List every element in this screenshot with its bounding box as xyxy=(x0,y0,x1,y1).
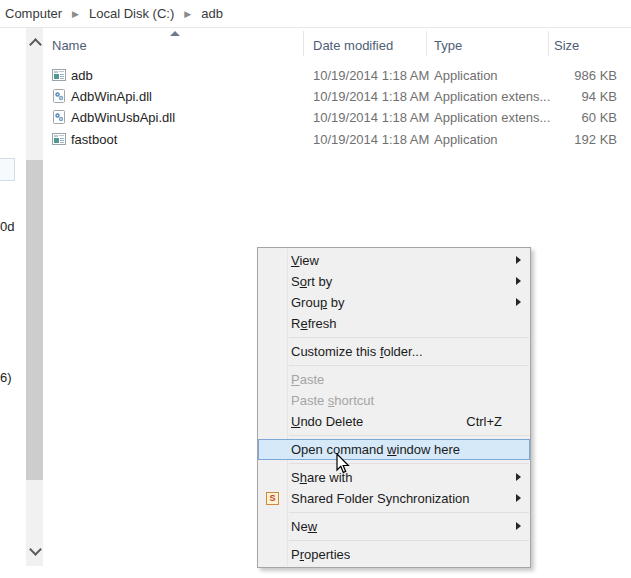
file-date-modified: 10/19/2014 1:18 AM xyxy=(313,65,429,86)
submenu-arrow-icon xyxy=(516,277,521,285)
column-divider xyxy=(303,31,304,56)
menu-separator xyxy=(289,512,529,513)
menu-item-paste-shortcut[interactable]: Paste shortcut xyxy=(258,390,530,411)
file-type: Application xyxy=(434,65,498,86)
nav-pane-text-fragment: 0d xyxy=(0,219,14,234)
submenu-arrow-icon xyxy=(516,522,521,530)
sort-ascending-icon xyxy=(170,31,180,36)
submenu-arrow-icon xyxy=(516,473,521,481)
column-divider xyxy=(548,31,549,56)
context-menu: View Sort by Group by Refresh Customize … xyxy=(257,247,531,568)
submenu-arrow-icon xyxy=(516,298,521,306)
menu-separator xyxy=(289,435,529,436)
menu-item-shared-folder-synchronization[interactable]: S Shared Folder Synchronization xyxy=(258,488,530,509)
breadcrumb-item-adb[interactable]: adb xyxy=(198,6,226,21)
nav-pane-selection-fragment xyxy=(0,158,15,181)
column-header-type[interactable]: Type xyxy=(434,36,462,56)
chevron-right-icon xyxy=(177,9,198,19)
scroll-up-icon[interactable] xyxy=(29,38,42,51)
explorer-window: { "breadcrumb": { "items": ["Computer", … xyxy=(0,0,631,578)
file-row[interactable]: AdbWinUsbApi.dll 10/19/2014 1:18 AM Appl… xyxy=(43,107,631,128)
file-size: 192 KB xyxy=(507,129,617,150)
menu-item-label: Paste shortcut xyxy=(291,393,374,408)
mouse-cursor-icon xyxy=(336,453,352,475)
column-header-date-modified[interactable]: Date modified xyxy=(313,36,393,56)
menu-shortcut-text: Ctrl+Z xyxy=(466,411,502,432)
scroll-down-icon[interactable] xyxy=(29,543,42,556)
menu-item-label: Paste xyxy=(291,372,324,387)
breadcrumb: Computer Local Disk (C:) adb xyxy=(0,0,631,28)
dll-icon xyxy=(52,89,66,103)
column-header-name[interactable]: Name xyxy=(52,36,87,56)
menu-item-label: Refresh xyxy=(291,316,337,331)
scrollbar-thumb[interactable] xyxy=(26,160,43,480)
file-row[interactable]: adb 10/19/2014 1:18 AM Application 986 K… xyxy=(43,65,631,86)
application-icon xyxy=(52,132,66,146)
dll-icon xyxy=(52,110,66,124)
file-name: adb xyxy=(71,65,93,86)
file-row[interactable]: AdbWinApi.dll 10/19/2014 1:18 AM Applica… xyxy=(43,86,631,107)
column-divider xyxy=(426,31,427,56)
file-size: 60 KB xyxy=(507,107,617,128)
application-icon xyxy=(52,68,66,82)
sync-s-icon: S xyxy=(266,492,279,505)
chevron-right-icon xyxy=(65,9,86,19)
menu-item-undo-delete[interactable]: Undo Delete Ctrl+Z xyxy=(258,411,530,432)
file-name: AdbWinUsbApi.dll xyxy=(71,107,175,128)
file-type: Application xyxy=(434,129,498,150)
file-date-modified: 10/19/2014 1:18 AM xyxy=(313,86,429,107)
menu-separator xyxy=(289,540,529,541)
menu-item-label: New xyxy=(291,519,317,534)
menu-separator xyxy=(289,365,529,366)
menu-item-view[interactable]: View xyxy=(258,250,530,271)
menu-item-label: Open command window here xyxy=(291,442,460,457)
menu-item-properties[interactable]: Properties xyxy=(258,544,530,565)
menu-separator xyxy=(289,463,529,464)
menu-item-new[interactable]: New xyxy=(258,516,530,537)
breadcrumb-item-computer[interactable]: Computer xyxy=(2,6,65,21)
menu-item-paste[interactable]: Paste xyxy=(258,369,530,390)
menu-separator xyxy=(289,337,529,338)
menu-item-label: Shared Folder Synchronization xyxy=(291,491,470,506)
submenu-arrow-icon xyxy=(516,494,521,502)
menu-item-customize-this-folder[interactable]: Customize this folder... xyxy=(258,341,530,362)
nav-pane-scrollbar[interactable] xyxy=(26,28,43,566)
file-name: AdbWinApi.dll xyxy=(71,86,152,107)
column-header-size[interactable]: Size xyxy=(554,36,579,56)
menu-item-refresh[interactable]: Refresh xyxy=(258,313,530,334)
file-name: fastboot xyxy=(71,129,117,150)
file-size: 986 KB xyxy=(507,65,617,86)
file-row[interactable]: fastboot 10/19/2014 1:18 AM Application … xyxy=(43,129,631,150)
menu-item-sort-by[interactable]: Sort by xyxy=(258,271,530,292)
breadcrumb-item-local-disk-c[interactable]: Local Disk (C:) xyxy=(86,6,177,21)
menu-item-group-by[interactable]: Group by xyxy=(258,292,530,313)
file-date-modified: 10/19/2014 1:18 AM xyxy=(313,129,429,150)
submenu-arrow-icon xyxy=(516,256,521,264)
menu-item-open-command-window-here[interactable]: Open command window here xyxy=(258,439,530,460)
menu-item-label: Group by xyxy=(291,295,344,310)
menu-item-share-with[interactable]: Share with xyxy=(258,467,530,488)
file-date-modified: 10/19/2014 1:18 AM xyxy=(313,107,429,128)
menu-item-label: Properties xyxy=(291,547,350,562)
menu-item-label: Sort by xyxy=(291,274,332,289)
menu-item-label: View xyxy=(291,253,319,268)
menu-item-label: Undo Delete xyxy=(291,414,363,429)
nav-pane-text-fragment: 6) xyxy=(0,370,12,385)
file-size: 94 KB xyxy=(507,86,617,107)
menu-item-label: Customize this folder... xyxy=(291,344,423,359)
